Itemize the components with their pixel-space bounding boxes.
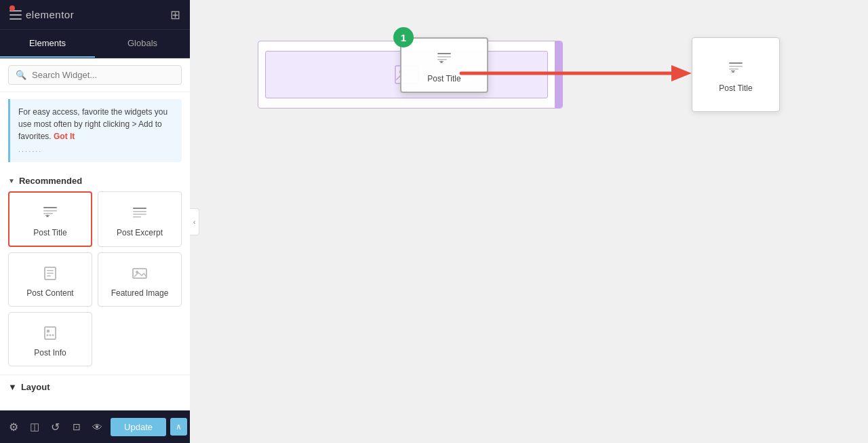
widget-featured-image[interactable]: Featured Image: [98, 252, 182, 307]
widget-post-title-label: Post Title: [33, 228, 66, 237]
collapse-icon: ‹: [193, 218, 196, 226]
widget-post-excerpt[interactable]: Post Excerpt: [98, 191, 182, 247]
update-chevron-button[interactable]: ∧: [170, 418, 187, 436]
svg-rect-29: [731, 71, 735, 71]
svg-rect-27: [729, 66, 743, 67]
preview-icon: 👁: [92, 421, 102, 433]
recommended-widget-grid: Post Title Post Excerpt: [0, 191, 190, 374]
got-it-dots: .......: [18, 144, 174, 155]
post-title-icon: [41, 204, 60, 223]
search-bar-inner: 🔍: [8, 65, 182, 85]
drop-target-icon: [726, 59, 745, 78]
widget-post-info-label: Post Info: [34, 348, 66, 358]
grid-icon[interactable]: ⊞: [170, 7, 180, 22]
svg-point-17: [50, 334, 52, 336]
svg-rect-25: [439, 61, 443, 62]
preview-button[interactable]: 👁: [87, 410, 108, 443]
settings-button[interactable]: ⚙: [3, 410, 24, 443]
history-icon: ↺: [51, 421, 60, 434]
svg-rect-4: [133, 208, 146, 209]
notification-dot: [9, 5, 15, 11]
got-it-link[interactable]: Got It: [54, 132, 75, 141]
responsive-button[interactable]: ⊡: [66, 410, 87, 443]
layout-section-header[interactable]: ▼ Layout: [0, 374, 190, 398]
post-content-icon: [41, 264, 60, 283]
svg-rect-3: [45, 215, 50, 216]
svg-marker-21: [671, 65, 692, 81]
chevron-down-layout-icon: ▼: [8, 382, 17, 392]
search-bar: 🔍: [0, 58, 190, 92]
svg-rect-9: [47, 270, 54, 271]
drag-arrow: [454, 60, 705, 87]
chevron-down-icon: ▼: [8, 177, 15, 185]
widget-post-title[interactable]: Post Title: [8, 191, 92, 247]
canvas: 1 Post Title P: [190, 0, 868, 443]
update-button[interactable]: Update: [111, 418, 166, 436]
update-group: Update ∧: [108, 418, 187, 436]
search-icon: 🔍: [16, 70, 26, 80]
info-banner-text: For easy access, favorite the widgets yo…: [18, 107, 167, 141]
history-button[interactable]: ↺: [45, 410, 66, 443]
step-badge: 1: [393, 27, 414, 47]
responsive-icon: ⊡: [73, 421, 81, 432]
widget-post-content[interactable]: Post Content: [8, 252, 92, 307]
info-banner: For easy access, favorite the widgets yo…: [8, 99, 182, 162]
elementor-logo: elementor: [26, 9, 74, 20]
sidebar: elementor ⊞ Elements Globals 🔍 For easy …: [0, 0, 190, 443]
hamburger-icon[interactable]: [9, 10, 22, 20]
svg-rect-2: [43, 213, 53, 214]
featured-image-icon: [130, 264, 149, 283]
widget-post-content-label: Post Content: [26, 288, 73, 298]
widget-featured-image-label: Featured Image: [111, 288, 169, 298]
chevron-up-icon: ∧: [176, 422, 182, 431]
sidebar-topbar-left: elementor: [9, 9, 74, 20]
sidebar-content: 🔍 For easy access, favorite the widgets …: [0, 58, 190, 410]
search-input[interactable]: [32, 70, 174, 80]
sidebar-topbar: elementor ⊞: [0, 0, 190, 30]
svg-rect-22: [437, 53, 451, 54]
layers-icon: ◫: [30, 421, 39, 433]
svg-rect-5: [133, 211, 146, 212]
widget-post-info[interactable]: Post Info: [8, 312, 92, 366]
svg-point-16: [47, 334, 49, 336]
post-excerpt-icon: [130, 204, 149, 223]
svg-rect-11: [47, 275, 51, 277]
svg-rect-28: [729, 69, 738, 70]
sidebar-tabs: Elements Globals: [0, 30, 190, 58]
sidebar-toolbar: ⚙ ◫ ↺ ⊡ 👁 Update ∧: [0, 410, 190, 443]
svg-rect-26: [729, 62, 743, 64]
widget-post-excerpt-label: Post Excerpt: [117, 228, 163, 237]
svg-rect-24: [437, 59, 447, 60]
tab-globals[interactable]: Globals: [95, 30, 190, 58]
svg-rect-1: [43, 210, 57, 212]
svg-rect-0: [43, 207, 57, 208]
recommended-section-header[interactable]: ▼ Recommended: [0, 169, 190, 191]
svg-rect-6: [133, 214, 146, 215]
tab-elements[interactable]: Elements: [0, 30, 95, 58]
svg-rect-7: [133, 216, 141, 218]
layout-label: Layout: [21, 382, 50, 392]
svg-rect-14: [45, 327, 56, 339]
step-badge-number: 1: [401, 32, 406, 43]
svg-rect-10: [47, 273, 54, 274]
settings-icon: ⚙: [9, 421, 18, 434]
drag-ghost-icon: [435, 50, 454, 69]
svg-rect-15: [47, 330, 50, 332]
sidebar-collapse-button[interactable]: ‹: [190, 208, 199, 235]
post-info-icon: [41, 324, 60, 343]
drop-target-label: Post Title: [719, 83, 752, 93]
layers-button[interactable]: ◫: [24, 410, 45, 443]
recommended-label: Recommended: [19, 176, 82, 186]
svg-point-18: [52, 334, 54, 336]
svg-rect-23: [437, 56, 451, 58]
